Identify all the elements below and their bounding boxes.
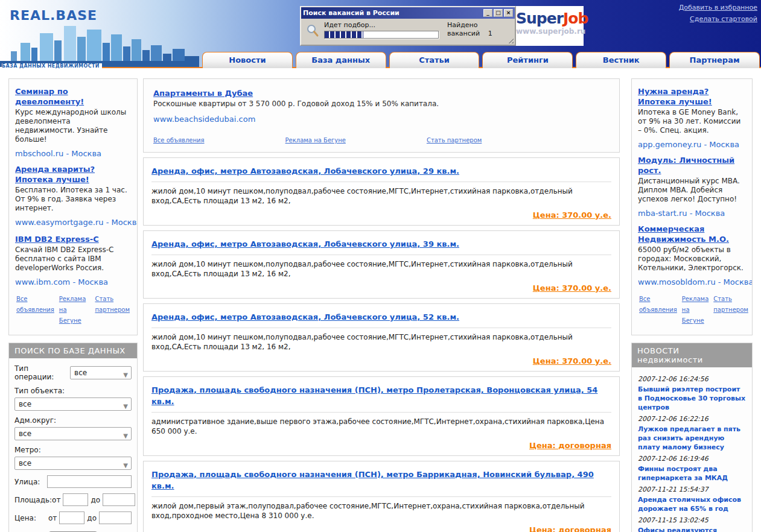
from-label: от bbox=[52, 496, 60, 504]
to-label: до bbox=[87, 514, 97, 522]
area-to-input[interactable] bbox=[103, 493, 135, 506]
listing-price-link[interactable]: Цена: договорная bbox=[529, 441, 611, 450]
news-date: 2007-12-06 16:19:46 bbox=[638, 455, 746, 463]
begun-footer-links: Все объявления Реклама на Бегуне Стать п… bbox=[638, 293, 746, 330]
ad-item: IBM DB2 Express-C Скачай IBM DB2 Express… bbox=[15, 233, 131, 287]
all-ads-link[interactable]: Все объявления bbox=[639, 294, 677, 326]
ad-url-link[interactable]: www.mosobldom.ru - Москва bbox=[638, 277, 746, 287]
tab-news[interactable]: Новости bbox=[202, 52, 293, 68]
tab-database[interactable]: База данных bbox=[296, 52, 386, 68]
divider bbox=[151, 182, 611, 182]
ad-url-link[interactable]: mba-start.ru - Москва bbox=[638, 209, 746, 218]
news-headline-link[interactable]: Лужков предлагает в пять раз снизить аре… bbox=[638, 425, 746, 452]
ad-url-link[interactable]: www.ibm.com - Москва bbox=[15, 277, 131, 287]
price-to-input[interactable] bbox=[99, 511, 132, 524]
ad-text: Роскошные квартиры от 3 570 000 р. Годов… bbox=[153, 100, 610, 109]
news-headline-link[interactable]: Офисы реализуются быстрее, чем строятся bbox=[638, 526, 746, 532]
ad-title-link[interactable]: Семинар по девелопменту! bbox=[15, 86, 131, 107]
make-homepage-link[interactable]: Сделать стартовой bbox=[679, 15, 757, 23]
chevron-down-icon: ▼ bbox=[123, 369, 128, 381]
listing-title-link[interactable]: Аренда, офис, метро Автозаводская, Лобач… bbox=[151, 239, 459, 249]
become-partner-link[interactable]: Стать партнером bbox=[427, 137, 482, 144]
ad-url-link[interactable]: www.easymortgage.ru - Москва bbox=[15, 218, 131, 227]
ad-text: Скачай IBM DB2 Express-C бесплатно с сай… bbox=[15, 245, 131, 273]
become-partner-link[interactable]: Стать партнером bbox=[95, 294, 130, 326]
listing-price-link[interactable]: Цена: 370.00 у.е. bbox=[533, 283, 611, 293]
found-count-value: 1 bbox=[488, 30, 492, 37]
listing-price-link[interactable]: Цена: 370.00 у.е. bbox=[533, 356, 611, 366]
listing-description: административное здание,выше первого эта… bbox=[151, 417, 611, 436]
area-from-input[interactable] bbox=[63, 493, 88, 506]
area-label: Площадь: bbox=[14, 496, 52, 504]
tab-vestnik[interactable]: Вестник bbox=[576, 52, 666, 68]
district-select[interactable]: все ▼ bbox=[14, 427, 132, 440]
begun-advertise-link[interactable]: Реклама на Бегуне bbox=[682, 294, 708, 326]
ad-url-link[interactable]: app.gemoney.ru - Москва bbox=[638, 140, 746, 149]
news-headline-link[interactable]: Финны построят два гипермаркета за МКАД bbox=[638, 464, 746, 483]
ad-url-link[interactable]: www.beachsidedubai.com bbox=[153, 115, 610, 124]
news-date: 2007-11-15 13:02:45 bbox=[638, 516, 746, 524]
listing-item: Продажа, площадь свободного назначения (… bbox=[143, 461, 620, 532]
listing-price-link[interactable]: Цена: договорная bbox=[529, 525, 611, 532]
ad-title-link[interactable]: Апартаменты в Дубае bbox=[153, 88, 253, 98]
begun-advertise-link[interactable]: Реклама на Бегуне bbox=[285, 137, 346, 144]
news-date: 2007-12-06 16:24:56 bbox=[638, 375, 746, 383]
ad-title-link[interactable]: Коммерческая Недвижимость М.О. bbox=[638, 224, 746, 244]
ad-text: Ипотека в GE Money Bank, от 9% на 30 лет… bbox=[638, 108, 746, 135]
all-ads-link[interactable]: Все объявления bbox=[16, 294, 54, 326]
chevron-down-icon: ▼ bbox=[123, 460, 128, 472]
become-partner-link[interactable]: Стать партнером bbox=[713, 294, 748, 326]
news-headline-link[interactable]: Аренда столичных офисов дорожает на 65% … bbox=[638, 495, 746, 513]
ad-title-link[interactable]: Нужна аренда? Ипотека лучше! bbox=[638, 86, 746, 107]
ad-text: Дистанционный курс MBA. Диплом MBA. Добе… bbox=[638, 177, 746, 204]
news-date: 2007-11-21 15:54:37 bbox=[638, 486, 746, 493]
object-type-label: Тип объекта: bbox=[14, 387, 132, 395]
news-headline-link[interactable]: Бывший риэлтер построит в Подмосковье 30… bbox=[638, 385, 746, 412]
street-input[interactable] bbox=[47, 475, 132, 488]
search-icon bbox=[306, 24, 319, 38]
ad-url-link[interactable]: mbschool.ru - Москва bbox=[15, 149, 131, 158]
ad-title-link[interactable]: Аренда квариты? Ипотека лучше! bbox=[15, 164, 131, 185]
ad-item: Коммерческая Недвижимость М.О. 65000 руб… bbox=[638, 224, 746, 287]
listing-title-link[interactable]: Продажа, площадь свободного назначения (… bbox=[151, 470, 594, 490]
add-to-favorites-link[interactable]: Добавить в избранное bbox=[679, 4, 757, 11]
price-from-input[interactable] bbox=[59, 511, 84, 524]
superjob-url: www.superjob.ru bbox=[516, 27, 584, 36]
minimize-icon: _ bbox=[483, 9, 492, 17]
dialog-title: Поиск вакансий в России bbox=[303, 9, 482, 17]
ad-text: Бесплатно. Ипотека за 1 час. От 9% в год… bbox=[15, 186, 131, 213]
object-type-select[interactable]: все ▼ bbox=[14, 397, 132, 411]
header-utility-links: Добавить в избранное Сделать стартовой bbox=[679, 4, 757, 27]
divider bbox=[151, 328, 611, 328]
ad-title-link[interactable]: IBM DB2 Express-C bbox=[15, 234, 99, 244]
news-panel: НОВОСТИ недвижимости 2007-12-06 16:24:56… bbox=[631, 343, 753, 532]
tab-partners[interactable]: Партнерам bbox=[669, 52, 760, 68]
tab-ratings[interactable]: Рейтинги bbox=[482, 52, 573, 68]
dialog-body: Идет подбор... Найдено вакансий 1 bbox=[301, 19, 515, 40]
progress-bar-fill bbox=[325, 31, 363, 38]
listing-description: жилой дом,10 минут пешком,полуподвал,раб… bbox=[151, 259, 611, 279]
listing-price-link[interactable]: Цена: 370.00 у.е. bbox=[533, 211, 611, 220]
left-ads-panel: Семинар по девелопменту! Курс международ… bbox=[8, 78, 138, 335]
metro-select[interactable]: все ▼ bbox=[14, 457, 132, 470]
ad-title-link[interactable]: Модуль: Личностный рост. bbox=[638, 155, 746, 176]
begun-advertise-link[interactable]: Реклама на Бегуне bbox=[59, 294, 91, 326]
page-header: REAL.BASE Добавить в избранное Сделать с… bbox=[0, 0, 761, 68]
superjob-ad-banner[interactable]: Поиск вакансий в России _ □ × Идет подбо… bbox=[300, 6, 584, 46]
search-status-text: Идет подбор... bbox=[324, 21, 439, 29]
operation-type-select[interactable]: все ▼ bbox=[70, 366, 132, 379]
vacancy-search-dialog: Поиск вакансий в России _ □ × Идет подбо… bbox=[300, 6, 516, 46]
from-label: от bbox=[48, 514, 57, 522]
listing-title-link[interactable]: Аренда, офис, метро Автозаводская, Лобач… bbox=[151, 166, 459, 176]
tab-articles[interactable]: Статьи bbox=[389, 52, 480, 68]
listing-title-link[interactable]: Продажа, площадь свободного назначения (… bbox=[151, 385, 597, 406]
all-ads-link[interactable]: Все объявления bbox=[153, 137, 205, 144]
listing-description: жилой дом,10 минут пешком,полуподвал,раб… bbox=[151, 186, 611, 206]
site-logo[interactable]: REAL.BASE bbox=[10, 8, 97, 23]
to-label: до bbox=[91, 496, 100, 504]
street-label: Улица: bbox=[14, 478, 40, 486]
begun-footer-links: Все объявления Реклама на Бегуне Стать п… bbox=[15, 293, 131, 330]
superjob-logo[interactable]: SuperJob www.superjob.ru bbox=[516, 6, 584, 46]
listing-description: жилой дом,первый этаж,полуподвал,рабочее… bbox=[151, 501, 611, 521]
listing-title-link[interactable]: Аренда, офис, метро Автозаводская, Лобач… bbox=[151, 312, 459, 321]
